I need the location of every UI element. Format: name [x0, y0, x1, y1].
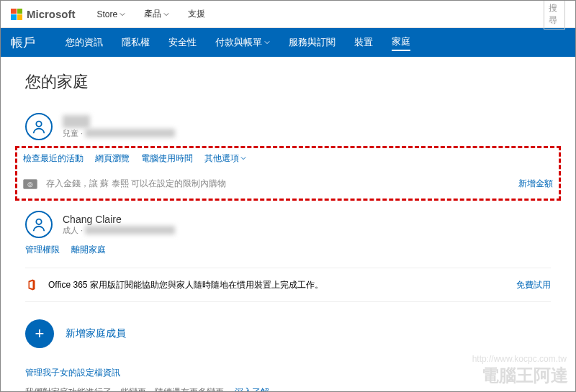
manage-child-settings-link[interactable]: 管理我子女的設定檔資訊 [25, 367, 551, 379]
chevron-down-icon [240, 155, 246, 161]
page-content: 您的家庭 蘇 ██ 兒童 · ████████████████ 檢查最近的活動 … [1, 57, 575, 392]
subnav-family[interactable]: 家庭 [392, 35, 410, 51]
adult-member-card: Chang Claire 成人 · ████████████████ 管理權限 … [25, 211, 551, 256]
add-member-row: + 新增家庭成員 [25, 319, 551, 348]
avatar [25, 211, 53, 238]
action-recent-activity[interactable]: 檢查最近的活動 [23, 152, 84, 165]
add-member-label[interactable]: 新增家庭成員 [66, 327, 126, 340]
action-more-options[interactable]: 其他選項 [204, 152, 246, 165]
svg-point-0 [36, 122, 41, 127]
account-subnav: 帳戶 您的資訊 隱私權 安全性 付款與帳單 服務與訂閱 裝置 家庭 [1, 28, 575, 57]
plus-icon: + [35, 324, 45, 343]
subnav-your-info[interactable]: 您的資訊 [66, 36, 103, 49]
money-icon: ◎ [23, 179, 37, 189]
person-icon [31, 216, 47, 232]
subnav-privacy[interactable]: 隱私權 [122, 36, 150, 49]
microsoft-logo[interactable]: Microsoft [11, 8, 76, 20]
page-title: 您的家庭 [25, 71, 551, 93]
avatar [25, 113, 53, 140]
free-trial-link[interactable]: 免費試用 [516, 279, 551, 291]
action-screen-time[interactable]: 電腦使用時間 [141, 152, 193, 165]
action-leave-family[interactable]: 離開家庭 [71, 244, 106, 256]
add-money-link[interactable]: 新增金額 [518, 178, 553, 190]
chevron-down-icon [163, 12, 169, 17]
subnav-devices[interactable]: 裝置 [354, 36, 373, 49]
footnote: 我們對家庭功能進行了一些變更，陸續還有更多變更。 深入了解 [25, 386, 551, 392]
chevron-down-icon [120, 12, 125, 17]
subnav-security[interactable]: 安全性 [168, 36, 197, 49]
action-manage-permissions[interactable]: 管理權限 [25, 244, 60, 256]
add-member-button[interactable]: + [25, 319, 54, 348]
topnav-support[interactable]: 支援 [188, 8, 205, 20]
brand-name: Microsoft [27, 8, 76, 20]
highlighted-section: 檢查最近的活動 網頁瀏覽 電腦使用時間 其他選項 ◎ 存入金錢，讓 蘇 泰熙 可… [15, 146, 561, 201]
child-role: 兒童 [63, 129, 78, 137]
child-member-card: 蘇 ██ 兒童 · ████████████████ 檢查最近的活動 網頁瀏覽 … [25, 113, 551, 201]
child-email-redacted: ████████████████ [85, 129, 175, 137]
adult-name: Chang Claire [63, 214, 175, 225]
ms-logo-icon [11, 9, 22, 20]
learn-more-link[interactable]: 深入了解 [235, 387, 269, 392]
office365-text: Office 365 家用版訂閱能協助您與家人隨時隨地在慣用裝置上完成工作。 [48, 279, 323, 291]
office365-promo: Office 365 家用版訂閱能協助您與家人隨時隨地在慣用裝置上完成工作。 免… [25, 268, 551, 302]
topnav-store[interactable]: Store [97, 9, 126, 19]
child-name-redacted: 蘇 ██ [63, 115, 90, 128]
subnav-subscriptions[interactable]: 服務與訂閱 [289, 36, 336, 49]
adult-email-redacted: ████████████████ [85, 226, 175, 234]
top-navbar: Microsoft Store 產品 支援 搜尋 [1, 1, 575, 28]
subnav-payment[interactable]: 付款與帳單 [215, 36, 270, 49]
action-web-browsing[interactable]: 網頁瀏覽 [95, 152, 130, 165]
svg-point-1 [36, 219, 41, 224]
adult-role: 成人 [63, 226, 78, 234]
subnav-title: 帳戶 [11, 35, 35, 51]
office-icon [25, 278, 38, 291]
search-input[interactable]: 搜尋 [544, 0, 565, 29]
money-text: 存入金錢，讓 蘇 泰熙 可以在設定的限制內購物 [46, 178, 226, 190]
person-icon [31, 119, 47, 135]
chevron-down-icon [264, 40, 270, 45]
topnav-products[interactable]: 產品 [144, 8, 169, 20]
